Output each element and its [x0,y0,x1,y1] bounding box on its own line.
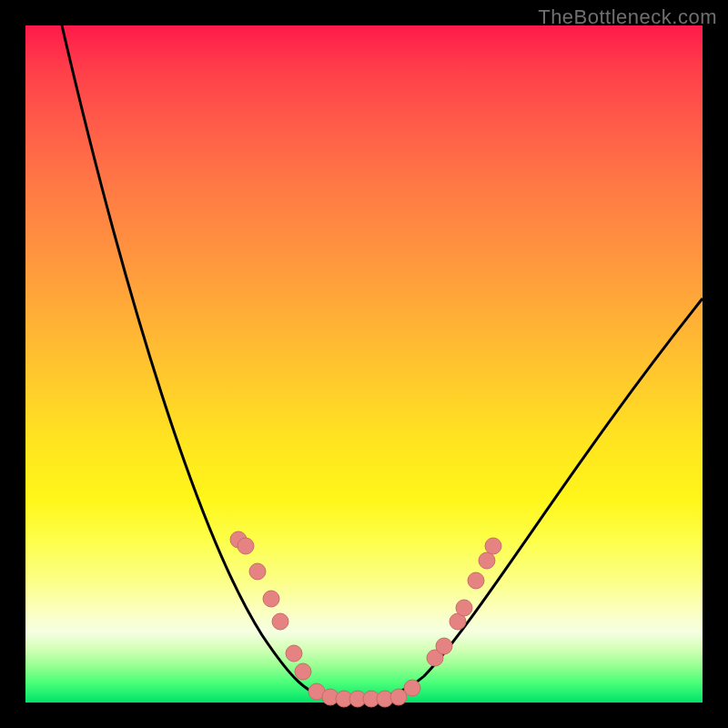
curve-marker [295,663,311,680]
curve-marker [272,613,288,630]
curve-marker [404,680,420,696]
gradient-plot-area [25,25,703,703]
curve-marker [436,638,452,654]
bottleneck-curve [62,25,703,700]
curve-marker [238,538,254,554]
curve-marker [263,591,279,607]
curve-marker [286,645,302,662]
curve-marker [456,600,472,616]
curve-marker [249,563,266,580]
curve-marker [485,538,501,554]
outer-frame: TheBottleneck.com [0,0,728,728]
marker-group [230,531,501,707]
bottleneck-chart-svg [25,25,703,703]
curve-marker [468,572,484,589]
watermark-text: TheBottleneck.com [538,5,717,29]
curve-marker [479,552,495,569]
